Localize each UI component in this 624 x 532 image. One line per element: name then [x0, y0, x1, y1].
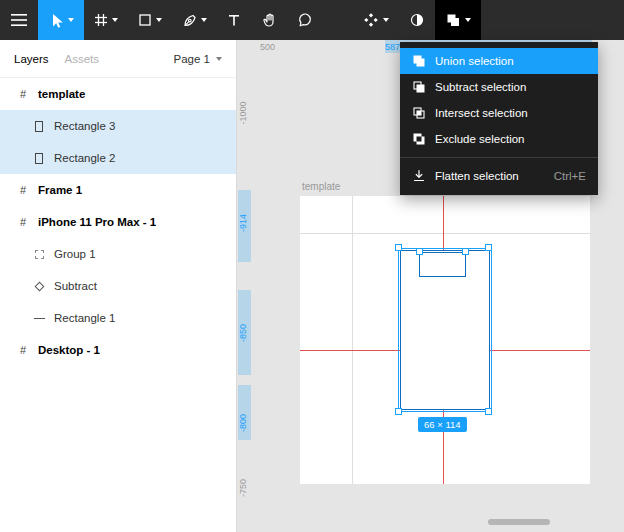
resize-handle-bottom-right[interactable] — [485, 408, 492, 415]
ruler-number: -750 — [238, 471, 248, 505]
ruler-number: -914 — [238, 206, 248, 240]
layer-row-frame-1[interactable]: Frame 1 — [0, 174, 236, 206]
selection-bounding-box[interactable] — [398, 248, 492, 412]
layer-row-template[interactable]: template — [0, 78, 236, 110]
mask-tool-icon — [409, 12, 425, 28]
boolean-dropdown-menu: Union selection Subtract selection Inter… — [400, 42, 598, 195]
frame-icon — [14, 88, 32, 100]
figma-app: Layers Assets Page 1 template Rectangle … — [0, 0, 624, 532]
layer-label: Rectangle 1 — [54, 312, 115, 324]
layer-row-rectangle-3[interactable]: Rectangle 3 — [0, 110, 236, 142]
ruler-number: -1000 — [238, 96, 248, 130]
chevron-down-icon[interactable] — [465, 18, 471, 22]
horizontal-scrollbar[interactable] — [488, 519, 550, 525]
layer-label: Desktop - 1 — [38, 344, 100, 356]
layer-row-rectangle-1[interactable]: Rectangle 1 — [0, 302, 236, 334]
layer-row-iphone-11-pro-max-1[interactable]: iPhone 11 Pro Max - 1 — [0, 206, 236, 238]
menu-item-label: Intersect selection — [435, 107, 528, 119]
rectangle-tool-icon — [138, 13, 152, 27]
resize-handle-inner-top-left[interactable] — [416, 248, 423, 255]
rectangle-icon — [30, 121, 48, 132]
layer-label: Rectangle 2 — [54, 152, 115, 164]
layer-row-group-1[interactable]: Group 1 — [0, 238, 236, 270]
frame-tool-icon — [94, 13, 108, 27]
line-icon — [30, 318, 48, 319]
toolbar — [0, 0, 624, 40]
chevron-down-icon — [216, 57, 222, 61]
text-tool-button[interactable] — [217, 0, 251, 40]
frame-icon — [14, 184, 32, 196]
frame-icon — [14, 216, 32, 228]
tab-assets[interactable]: Assets — [65, 53, 100, 65]
layer-row-desktop-1[interactable]: Desktop - 1 — [0, 334, 236, 366]
menu-item-intersect-selection[interactable]: Intersect selection — [400, 100, 598, 126]
panel-header: Layers Assets Page 1 — [0, 40, 236, 78]
resize-handle-inner-top-right[interactable] — [462, 248, 469, 255]
layer-label: Frame 1 — [38, 184, 82, 196]
menu-item-flatten-selection[interactable]: Flatten selection Ctrl+E — [400, 163, 598, 189]
menu-item-union-selection[interactable]: Union selection — [400, 48, 598, 74]
artboard-label[interactable]: template — [302, 181, 340, 192]
move-tool-button[interactable] — [38, 0, 84, 40]
pen-tool-icon — [182, 13, 197, 28]
ruler-number: 500 — [260, 42, 275, 52]
chevron-down-icon[interactable] — [156, 18, 162, 22]
layer-label: Subtract — [54, 280, 97, 292]
subtract-icon — [412, 80, 426, 94]
menu-item-label: Flatten selection — [435, 170, 519, 182]
resize-handle-bottom-left[interactable] — [395, 408, 402, 415]
chevron-down-icon[interactable] — [112, 18, 118, 22]
chevron-down-icon[interactable] — [68, 18, 74, 22]
hand-tool-icon — [261, 12, 277, 28]
component-tool-icon — [363, 12, 379, 28]
intersect-icon — [412, 106, 426, 120]
layer-label: template — [38, 88, 85, 100]
main-menu-button[interactable] — [0, 0, 38, 40]
mask-tool-button[interactable] — [399, 0, 435, 40]
artboard[interactable]: 66 × 114 — [300, 196, 590, 484]
boolean-union-icon — [445, 12, 461, 28]
selection-size-badge: 66 × 114 — [418, 417, 467, 432]
layer-label: Group 1 — [54, 248, 96, 260]
layer-row-subtract[interactable]: Subtract — [0, 270, 236, 302]
layers-panel: Layers Assets Page 1 template Rectangle … — [0, 40, 237, 532]
resize-handle-top-left[interactable] — [395, 244, 402, 251]
menu-item-subtract-selection[interactable]: Subtract selection — [400, 74, 598, 100]
frame-icon — [14, 344, 32, 356]
chevron-down-icon[interactable] — [383, 18, 389, 22]
menu-item-label: Exclude selection — [435, 133, 525, 145]
menu-item-exclude-selection[interactable]: Exclude selection — [400, 126, 598, 152]
page-selector[interactable]: Page 1 — [174, 53, 222, 65]
rectangle-icon — [30, 153, 48, 164]
menu-separator — [400, 157, 598, 158]
flatten-icon — [412, 169, 426, 183]
comment-tool-icon — [297, 12, 313, 28]
move-tool-icon — [48, 12, 64, 28]
frame-tool-button[interactable] — [84, 0, 128, 40]
hamburger-menu-icon — [10, 13, 28, 27]
group-icon — [30, 250, 48, 259]
chevron-down-icon[interactable] — [201, 18, 207, 22]
shape-tool-button[interactable] — [128, 0, 172, 40]
ruler-number: 587 — [385, 42, 400, 52]
menu-item-shortcut: Ctrl+E — [554, 170, 586, 182]
boolean-diamond-icon — [30, 283, 48, 290]
ruler-number: -850 — [238, 316, 248, 350]
gray-guide-vertical — [352, 196, 353, 484]
tab-layers[interactable]: Layers — [14, 53, 49, 65]
hand-tool-button[interactable] — [251, 0, 287, 40]
pen-tool-button[interactable] — [172, 0, 217, 40]
boolean-groups-button[interactable] — [435, 0, 481, 40]
menu-item-label: Union selection — [435, 55, 514, 67]
layer-row-rectangle-2[interactable]: Rectangle 2 — [0, 142, 236, 174]
menu-item-label: Subtract selection — [435, 81, 526, 93]
exclude-icon — [412, 132, 426, 146]
union-icon — [412, 54, 426, 68]
gray-guide-horizontal — [300, 233, 590, 234]
page-selector-label: Page 1 — [174, 53, 210, 65]
toolbar-spacer — [323, 0, 353, 40]
resize-handle-top-right[interactable] — [485, 244, 492, 251]
ruler-number: -800 — [238, 406, 248, 440]
comment-tool-button[interactable] — [287, 0, 323, 40]
component-tool-button[interactable] — [353, 0, 399, 40]
